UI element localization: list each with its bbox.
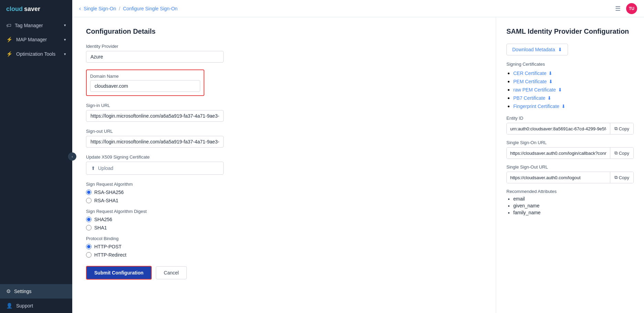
chevron-down-icon: ▾: [64, 52, 66, 56]
sha256-radio[interactable]: [86, 217, 92, 222]
entity-id-copy-button[interactable]: ⧉ Copy: [610, 123, 633, 134]
rsa-sha1-label: RSA-SHA1: [94, 198, 118, 203]
pem-download-icon: ⬇: [549, 79, 553, 84]
cer-cert-label: CER Certificate: [513, 71, 546, 76]
raw-pem-certificate-link[interactable]: raw PEM Certificate ⬇: [513, 87, 562, 93]
identity-provider-input[interactable]: [86, 51, 224, 63]
cert-item-pb7: PB7 Certificate ⬇: [513, 95, 634, 101]
sign-request-algorithm-group: Sign Request Algorithm RSA-SHA256 RSA-SH…: [86, 182, 482, 203]
sidebar-item-label: MAP Manager: [16, 37, 47, 42]
breadcrumb: ‹ Single Sign-On / Configure Single Sign…: [79, 6, 178, 12]
sidebar-item-label: Support: [16, 303, 33, 309]
entity-id-label: Entity ID: [506, 116, 634, 121]
identity-provider-group: Identity Provider: [86, 44, 482, 63]
submit-configuration-button[interactable]: Submit Configuration: [86, 266, 152, 280]
certificate-list: CER Certificate ⬇ PEM Certificate ⬇ raw …: [506, 70, 634, 109]
button-row: Submit Configuration Cancel: [86, 266, 482, 280]
main-content: ‹ Single Sign-On / Configure Single Sign…: [72, 0, 644, 313]
http-redirect-radio[interactable]: [86, 252, 92, 258]
attr-family-name: family_name: [513, 210, 634, 215]
cer-certificate-link[interactable]: CER Certificate ⬇: [513, 71, 552, 76]
pem-certificate-link[interactable]: PEM Certificate ⬇: [513, 79, 553, 84]
sidebar-item-label: Optimization Tools: [16, 51, 55, 57]
cancel-button[interactable]: Cancel: [156, 266, 187, 279]
entity-id-group: Entity ID ⧉ Copy: [506, 116, 634, 134]
copy-icon: ⧉: [614, 150, 618, 156]
sign-in-url-label: Sign-in URL: [86, 103, 482, 108]
optimization-icon: ⚡: [6, 51, 13, 57]
logo-cloud: cloud: [6, 6, 23, 13]
sign-out-url-group: Sign-out URL: [86, 129, 482, 148]
http-post-label: HTTP-POST: [94, 244, 121, 249]
http-post-option[interactable]: HTTP-POST: [86, 244, 482, 249]
sidebar-item-support[interactable]: 👤 Support: [0, 299, 72, 313]
sign-request-algorithm-label: Sign Request Algorithm: [86, 182, 482, 187]
logo-saver: saver: [24, 6, 40, 13]
chevron-down-icon: ▾: [64, 37, 66, 42]
back-arrow[interactable]: ‹: [79, 6, 81, 12]
cer-download-icon: ⬇: [548, 71, 552, 76]
fingerprint-certificate-link[interactable]: Fingerprint Certificate ⬇: [513, 104, 566, 109]
rsa-sha256-option[interactable]: RSA-SHA256: [86, 190, 482, 195]
rsa-sha256-radio[interactable]: [86, 190, 92, 195]
http-post-radio[interactable]: [86, 244, 92, 249]
collapse-button[interactable]: ‹: [68, 152, 76, 161]
slo-url-input[interactable]: [507, 172, 610, 183]
sidebar-item-settings[interactable]: ⚙ Settings: [0, 284, 72, 299]
upload-area[interactable]: ⬆ Upload: [86, 162, 224, 175]
breadcrumb-current[interactable]: Configure Single Sign-On: [123, 6, 178, 11]
sha256-option[interactable]: SHA256: [86, 217, 482, 222]
avatar[interactable]: TU: [626, 3, 637, 14]
domain-name-highlighted-group: Domain Name: [86, 69, 204, 96]
rsa-sha1-option[interactable]: RSA-SHA1: [86, 198, 482, 203]
breadcrumb-parent[interactable]: Single Sign-On: [84, 6, 116, 11]
page-title: Configuration Details: [86, 28, 482, 35]
signing-certs-label: Signing Certificates: [506, 62, 634, 67]
saml-panel-title: SAML Identity Provider Configuration: [506, 28, 634, 35]
download-icon: ⬇: [558, 47, 562, 52]
identity-provider-label: Identity Provider: [86, 44, 482, 49]
slo-url-copy-button[interactable]: ⧉ Copy: [610, 172, 633, 183]
attr-given-name: given_name: [513, 203, 634, 208]
sign-in-url-input[interactable]: [86, 110, 224, 122]
recommended-attributes-section: Recommended Attributes email given_name …: [506, 189, 634, 215]
sidebar-item-map-manager[interactable]: ⚡ MAP Manager ▾: [0, 32, 72, 47]
settings-icon: ⚙: [6, 288, 11, 294]
sha1-option[interactable]: SHA1: [86, 225, 482, 230]
sha1-label: SHA1: [94, 225, 107, 230]
sidebar-item-optimization-tools[interactable]: ⚡ Optimization Tools ▾: [0, 47, 72, 61]
raw-pem-download-icon: ⬇: [558, 87, 562, 93]
download-metadata-button[interactable]: Download Metadata ⬇: [506, 44, 568, 55]
sign-out-url-label: Sign-out URL: [86, 129, 482, 134]
upload-label: Upload: [98, 165, 113, 171]
copy-icon: ⧉: [614, 126, 618, 131]
sso-url-input[interactable]: [507, 148, 610, 159]
sha1-radio[interactable]: [86, 225, 92, 230]
sso-url-label: Single Sign-On URL: [506, 140, 634, 145]
sidebar-item-label: Tag Manager: [15, 23, 43, 28]
sso-url-copy-button[interactable]: ⧉ Copy: [610, 148, 633, 159]
entity-id-input[interactable]: [507, 123, 610, 134]
cert-item-raw-pem: raw PEM Certificate ⬇: [513, 87, 634, 93]
sso-url-field-row: ⧉ Copy: [506, 147, 634, 159]
rsa-sha1-radio[interactable]: [86, 198, 92, 203]
slo-url-group: Single Sign-Out URL ⧉ Copy: [506, 164, 634, 183]
http-redirect-option[interactable]: HTTP-Redirect: [86, 252, 482, 258]
slo-url-field-row: ⧉ Copy: [506, 172, 634, 183]
domain-name-input[interactable]: [90, 80, 200, 92]
download-metadata-label: Download Metadata: [512, 47, 555, 52]
breadcrumb-separator: /: [119, 6, 120, 11]
protocol-binding-group: Protocol Binding HTTP-POST HTTP-Redirect: [86, 236, 482, 258]
cert-item-fingerprint: Fingerprint Certificate ⬇: [513, 103, 634, 109]
sign-request-digest-group: Sign Request Algorithm Digest SHA256 SHA…: [86, 209, 482, 230]
sidebar-item-tag-manager[interactable]: 🏷 Tag Manager ▾: [0, 18, 72, 32]
logo: cloudsaver: [0, 0, 72, 18]
cert-item-cer: CER Certificate ⬇: [513, 70, 634, 76]
sign-out-url-input[interactable]: [86, 136, 224, 148]
entity-id-field-row: ⧉ Copy: [506, 123, 634, 134]
pb7-certificate-link[interactable]: PB7 Certificate ⬇: [513, 95, 551, 101]
list-icon[interactable]: ☰: [615, 5, 621, 12]
raw-pem-cert-label: raw PEM Certificate: [513, 87, 556, 93]
topbar-right: ☰ TU: [615, 3, 637, 14]
tag-manager-icon: 🏷: [6, 22, 11, 28]
